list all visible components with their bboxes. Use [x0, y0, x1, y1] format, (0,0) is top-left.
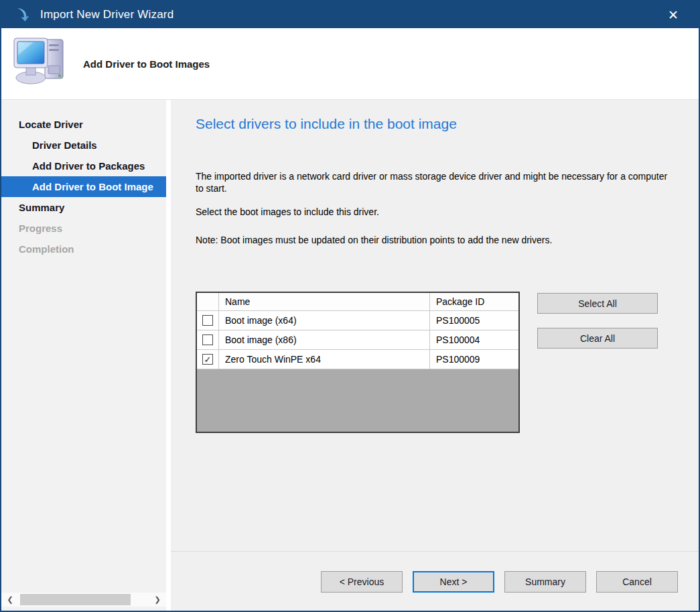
instruction-paragraph: Select the boot images to include this d…: [196, 206, 675, 218]
checkbox-boot-image-x64[interactable]: [202, 315, 213, 326]
wizard-steps-sidebar: Locate Driver Driver Details Add Driver …: [1, 100, 166, 611]
close-icon: ✕: [668, 7, 679, 23]
computer-icon: [13, 36, 67, 94]
scroll-left-icon[interactable]: ❮: [1, 595, 19, 604]
previous-button[interactable]: < Previous: [321, 571, 403, 593]
table-row[interactable]: ✓ Zero Touch WinPE x64 PS100009: [197, 350, 518, 369]
checkbox-zero-touch-winpe-x64[interactable]: ✓: [202, 354, 213, 365]
page-heading: Select drivers to include in the boot im…: [196, 116, 457, 132]
cell-package-id: PS100004: [430, 330, 518, 349]
boot-images-table: Name Package ID Boot image (x64) PS10000…: [196, 292, 520, 433]
header-checkbox-column: [197, 293, 219, 310]
column-header-package-id[interactable]: Package ID: [430, 293, 518, 310]
wizard-main-pane: Select drivers to include in the boot im…: [171, 100, 699, 611]
next-button[interactable]: Next >: [413, 571, 494, 593]
cell-name: Boot image (x64): [219, 311, 430, 330]
cancel-button[interactable]: Cancel: [596, 571, 678, 593]
select-all-button[interactable]: Select All: [537, 293, 658, 314]
sidebar-item-add-driver-to-packages[interactable]: Add Driver to Packages: [1, 156, 166, 176]
scrollbar-thumb[interactable]: [20, 594, 131, 605]
sidebar-item-locate-driver[interactable]: Locate Driver: [1, 114, 166, 135]
sidebar-item-driver-details[interactable]: Driver Details: [1, 135, 166, 156]
sidebar-item-progress: Progress: [1, 218, 166, 239]
cell-name: Boot image (x86): [219, 330, 430, 349]
wizard-footer: < Previous Next > Summary Cancel: [171, 551, 699, 611]
intro-paragraph: The imported driver is a network card dr…: [196, 170, 675, 194]
boot-image-section: Name Package ID Boot image (x64) PS10000…: [196, 292, 658, 433]
table-header-row: Name Package ID: [197, 293, 518, 311]
column-header-name[interactable]: Name: [219, 293, 430, 310]
wizard-page-title: Add Driver to Boot Images: [83, 58, 210, 70]
cell-package-id: PS100009: [430, 350, 518, 369]
cell-name: Zero Touch WinPE x64: [219, 350, 430, 369]
close-button[interactable]: ✕: [657, 1, 689, 28]
sidebar-item-add-driver-to-boot-image[interactable]: Add Driver to Boot Image: [1, 176, 166, 197]
note-paragraph: Note: Boot images must be updated on the…: [196, 234, 675, 246]
wizard-header: Add Driver to Boot Images: [1, 28, 699, 100]
table-row[interactable]: Boot image (x86) PS100004: [197, 330, 518, 350]
scroll-right-icon[interactable]: ❯: [149, 595, 166, 604]
wizard-arrow-icon: [16, 7, 32, 23]
navigation-buttons: < Previous Next > Summary Cancel: [321, 571, 678, 593]
selection-buttons: Select All Clear All: [537, 292, 658, 349]
title-bar: Import New Driver Wizard ✕: [1, 1, 699, 28]
checkbox-boot-image-x86[interactable]: [202, 334, 213, 345]
sidebar-horizontal-scrollbar[interactable]: ❮ ❯: [1, 593, 166, 607]
summary-button[interactable]: Summary: [504, 571, 586, 593]
scrollbar-track[interactable]: [19, 593, 149, 607]
table-row[interactable]: Boot image (x64) PS100005: [197, 311, 518, 330]
sidebar-item-completion: Completion: [1, 239, 166, 259]
sidebar-item-summary[interactable]: Summary: [1, 197, 166, 218]
wizard-body: Locate Driver Driver Details Add Driver …: [1, 100, 699, 611]
cell-package-id: PS100005: [430, 311, 518, 330]
sidebar-divider: [166, 100, 171, 611]
window-title: Import New Driver Wizard: [40, 8, 173, 21]
clear-all-button[interactable]: Clear All: [537, 328, 658, 349]
import-new-driver-wizard-window: Import New Driver Wizard ✕: [0, 0, 700, 612]
